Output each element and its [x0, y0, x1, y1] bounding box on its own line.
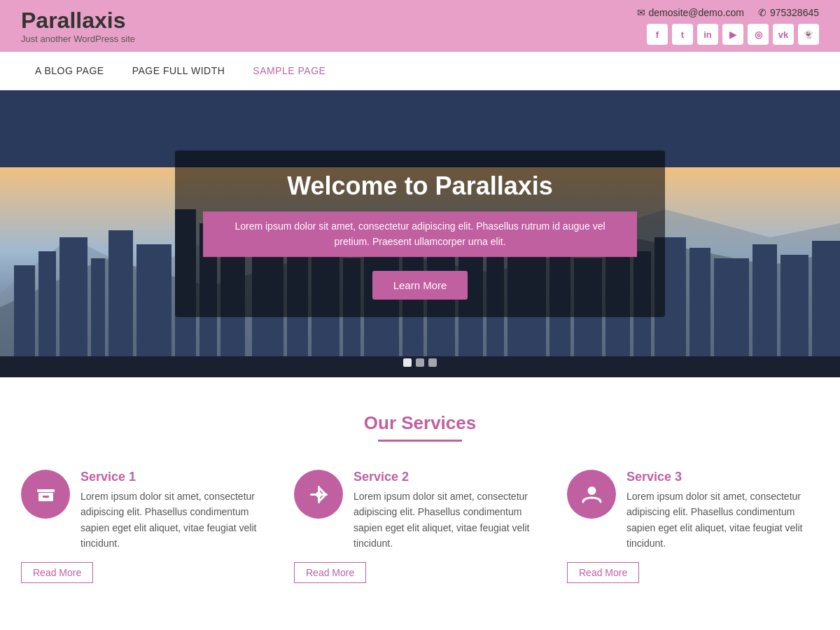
service-1-read-more[interactable]: Read More — [21, 562, 93, 583]
site-branding: Parallaxis Just another WordPress site — [21, 8, 135, 44]
services-underline — [378, 440, 462, 442]
hero-section: Welcome to Parallaxis Lorem ipsum dolor … — [0, 90, 840, 377]
twitter-icon[interactable]: t — [672, 24, 693, 45]
service-2-icon — [294, 470, 343, 519]
facebook-icon[interactable]: f — [647, 24, 668, 45]
svg-rect-7 — [108, 230, 133, 377]
service-1-name: Service 1 — [80, 470, 273, 484]
service-1-desc: Lorem ipsum dolor sit amet, consectetur … — [80, 489, 273, 552]
contact-info: ✉ demosite@demo.com ✆ 975328645 — [637, 7, 819, 18]
hero-dots — [403, 358, 437, 367]
social-icons: f t in ▶ ◎ vk 👻 — [647, 24, 819, 45]
instagram-icon[interactable]: ◎ — [748, 24, 769, 45]
site-title: Parallaxis — [21, 8, 135, 34]
youtube-icon[interactable]: ▶ — [722, 24, 743, 45]
svg-rect-35 — [43, 496, 49, 498]
hero-dot-1[interactable] — [403, 358, 412, 367]
phone-contact: ✆ 975328645 — [758, 7, 819, 18]
service-card-3: Service 3 Lorem ipsum dolor sit amet, co… — [567, 470, 819, 583]
svg-rect-33 — [37, 489, 55, 492]
hero-dot-2[interactable] — [416, 358, 424, 367]
nav-item-full-width[interactable]: PAGE FULL WIDTH — [118, 52, 239, 89]
site-tagline: Just another WordPress site — [21, 34, 135, 44]
service-2-header: Service 2 Lorem ipsum dolor sit amet, co… — [294, 470, 546, 552]
top-bar-right: ✉ demosite@demo.com ✆ 975328645 f t in ▶… — [637, 7, 819, 45]
services-title: Our Services — [21, 412, 819, 434]
phone-text: 975328645 — [770, 7, 819, 18]
email-contact: ✉ demosite@demo.com — [637, 7, 744, 18]
service-2-info: Service 2 Lorem ipsum dolor sit amet, co… — [354, 470, 546, 552]
service-3-name: Service 3 — [626, 470, 819, 484]
linkedin-icon[interactable]: in — [697, 24, 718, 45]
nav-item-sample[interactable]: SAMPLE PAGE — [239, 52, 340, 89]
service-card-1: Service 1 Lorem ipsum dolor sit amet, co… — [21, 470, 273, 583]
service-2-desc: Lorem ipsum dolor sit amet, consectetur … — [354, 489, 546, 552]
service-3-info: Service 3 Lorem ipsum dolor sit amet, co… — [626, 470, 819, 552]
hero-overlay: Welcome to Parallaxis Lorem ipsum dolor … — [175, 150, 665, 317]
hero-dot-3[interactable] — [428, 358, 437, 367]
phone-icon: ✆ — [758, 7, 766, 18]
services-section: Our Services Service 1 Lorem ipsum dolor… — [0, 377, 840, 611]
service-1-header: Service 1 Lorem ipsum dolor sit amet, co… — [21, 470, 273, 552]
service-1-info: Service 1 Lorem ipsum dolor sit amet, co… — [80, 470, 273, 552]
service-2-read-more[interactable]: Read More — [294, 562, 366, 583]
services-grid: Service 1 Lorem ipsum dolor sit amet, co… — [21, 470, 819, 583]
top-bar: Parallaxis Just another WordPress site ✉… — [0, 0, 840, 52]
svg-point-41 — [587, 486, 596, 495]
service-3-read-more[interactable]: Read More — [567, 562, 639, 583]
hero-title: Welcome to Parallaxis — [203, 172, 637, 201]
email-text: demosite@demo.com — [649, 7, 744, 18]
email-icon: ✉ — [637, 7, 645, 18]
service-3-desc: Lorem ipsum dolor sit amet, consectetur … — [626, 489, 819, 552]
service-1-icon — [21, 470, 70, 519]
navigation: A BLOG PAGE PAGE FULL WIDTH SAMPLE PAGE — [0, 52, 840, 90]
service-3-header: Service 3 Lorem ipsum dolor sit amet, co… — [567, 470, 819, 552]
service-2-name: Service 2 — [354, 470, 546, 484]
snapchat-icon[interactable]: 👻 — [798, 24, 819, 45]
hero-description: Lorem ipsum dolor sit amet, consectetur … — [203, 211, 637, 257]
nav-item-blog[interactable]: A BLOG PAGE — [21, 52, 118, 89]
service-3-icon — [567, 470, 616, 519]
vk-icon[interactable]: vk — [773, 24, 794, 45]
learn-more-button[interactable]: Learn More — [372, 271, 468, 300]
service-card-2: Service 2 Lorem ipsum dolor sit amet, co… — [294, 470, 546, 583]
